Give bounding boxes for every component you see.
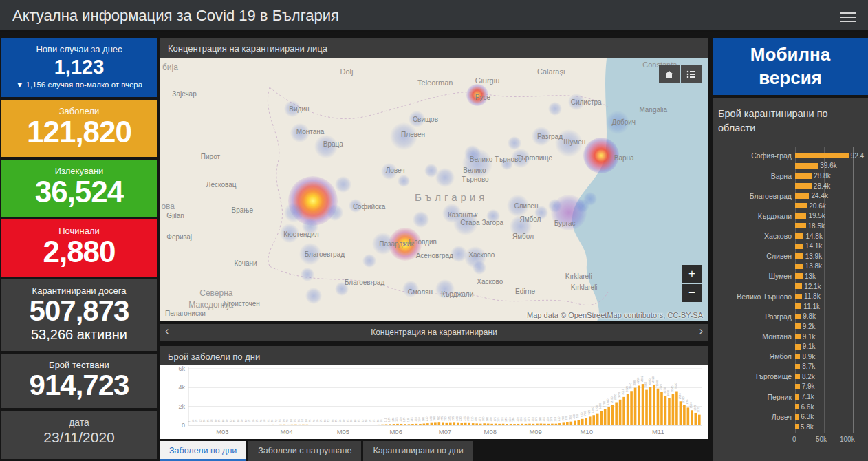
- svg-text:2540: 2540: [678, 393, 682, 400]
- map-panel: Концентрация на карантинирани лица: [160, 38, 708, 321]
- map-label: Југоисточен: [221, 300, 260, 308]
- zoom-out-button[interactable]: −: [682, 284, 702, 302]
- bar: [795, 173, 812, 179]
- svg-text:160: 160: [414, 416, 417, 421]
- stat-card-date: дата23/11/2020: [1, 411, 157, 459]
- svg-text:6k: 6k: [178, 365, 185, 372]
- map-label: Ловеч: [386, 167, 405, 174]
- svg-text:1590: 1590: [689, 402, 693, 409]
- svg-text:28: 28: [221, 419, 225, 422]
- svg-text:3320: 3320: [625, 385, 629, 392]
- svg-text:168: 168: [554, 416, 557, 421]
- map-label: Силистра: [571, 98, 602, 106]
- bar-value: 6.3k: [799, 413, 814, 420]
- bar: [795, 264, 803, 269]
- svg-text:M09: M09: [529, 428, 541, 436]
- svg-text:155: 155: [395, 416, 398, 421]
- stat-label: Починали: [1, 219, 157, 236]
- svg-text:3620: 3620: [674, 383, 677, 389]
- mobile-version-button[interactable]: Мобилна версия: [713, 38, 868, 95]
- bar: [795, 223, 806, 228]
- svg-text:180: 180: [486, 416, 489, 421]
- bar-value: 7.1k: [799, 393, 814, 400]
- svg-text:M03: M03: [216, 428, 228, 436]
- svg-text:220: 220: [459, 416, 462, 421]
- svg-text:320: 320: [565, 415, 568, 420]
- bar: [795, 163, 818, 169]
- bar-row: Хасково14.8k: [718, 231, 865, 242]
- map-label: Видин: [289, 105, 309, 113]
- svg-text:35: 35: [357, 419, 360, 422]
- bar-row: 5.8k: [718, 422, 865, 432]
- carousel-next-button[interactable]: ›: [694, 324, 708, 338]
- svg-text:M06: M06: [389, 428, 402, 436]
- svg-text:35: 35: [217, 419, 221, 422]
- svg-text:265: 265: [451, 416, 455, 420]
- map-label: Пирот: [201, 153, 220, 160]
- map-label: Разград: [537, 133, 563, 140]
- bar-row: 39.6k: [718, 161, 865, 171]
- zoom-controls: + −: [682, 265, 702, 302]
- svg-text:170: 170: [527, 416, 530, 421]
- map-label: Благоевград: [345, 279, 384, 286]
- stat-value: 1,123: [1, 54, 157, 77]
- map-label: Благоевград: [305, 250, 345, 258]
- map-label: Враца: [323, 140, 343, 148]
- svg-text:3520: 3520: [659, 383, 662, 390]
- svg-text:150: 150: [508, 417, 512, 422]
- svg-text:1270: 1270: [595, 405, 598, 411]
- svg-text:42: 42: [327, 419, 330, 422]
- home-button[interactable]: [659, 65, 680, 83]
- map-canvas[interactable]: + − Map data © OpenStreetMap contributor…: [160, 58, 708, 321]
- svg-text:155: 155: [497, 416, 500, 421]
- app-header: Актуална информация за Covid 19 в Българ…: [0, 0, 868, 32]
- page-title: Актуална информация за Covid 19 в Българ…: [12, 7, 339, 25]
- menu-icon[interactable]: [840, 10, 856, 25]
- svg-text:55: 55: [319, 419, 323, 422]
- svg-text:75: 75: [267, 419, 270, 422]
- stat-label: дата: [1, 411, 157, 428]
- bar-label: Кърджали: [718, 212, 795, 220]
- bar-value: 11.1k: [801, 303, 820, 310]
- carousel-prev-button[interactable]: ‹: [160, 324, 174, 338]
- svg-text:M05: M05: [337, 428, 349, 436]
- tab-cumulative-cases[interactable]: Заболели с натрупване: [248, 441, 361, 461]
- bar-row: 14.1k: [718, 241, 865, 251]
- map-label: Зајечар: [172, 90, 196, 98]
- svg-text:2870: 2870: [666, 389, 670, 396]
- bar: [795, 374, 800, 379]
- zoom-in-button[interactable]: +: [682, 265, 702, 283]
- tab-daily-cases[interactable]: Заболели по дни: [160, 441, 246, 461]
- bar: [795, 193, 809, 199]
- map-attribution: Map data © OpenStreetMap contributors, C…: [527, 311, 703, 319]
- svg-text:790: 790: [583, 411, 587, 416]
- stat-label: Нови случаи за днес: [1, 38, 157, 54]
- svg-text:1480: 1480: [598, 403, 602, 409]
- svg-text:78: 78: [285, 419, 289, 422]
- svg-text:2450: 2450: [614, 394, 617, 400]
- legend-button[interactable]: [681, 65, 702, 83]
- svg-text:20: 20: [202, 419, 206, 422]
- svg-text:M08: M08: [484, 428, 497, 436]
- bar-label: Хасково: [718, 232, 795, 240]
- svg-text:245: 245: [448, 416, 451, 420]
- bar-value: 14.8k: [803, 233, 822, 240]
- map-label: Teleorman: [417, 78, 453, 87]
- map-label: Свищов: [413, 116, 438, 123]
- svg-text:95: 95: [380, 418, 383, 422]
- stat-value: 2,880: [1, 236, 157, 268]
- bar: [795, 364, 800, 369]
- map-label: Шумен: [563, 138, 585, 146]
- map-label: Русе: [475, 94, 490, 101]
- stat-card-recovered: Излекувани36,524: [1, 160, 157, 217]
- bar-value: 6.6k: [799, 403, 814, 411]
- svg-text:70: 70: [259, 419, 263, 422]
- svg-text:90: 90: [282, 419, 285, 422]
- svg-text:38: 38: [331, 419, 334, 422]
- svg-text:15: 15: [195, 419, 198, 422]
- svg-text:2720: 2720: [618, 391, 621, 398]
- svg-text:60: 60: [316, 419, 319, 422]
- bar-label: Шумен: [718, 272, 795, 280]
- svg-text:1123: 1123: [697, 406, 700, 412]
- tab-daily-quarantined[interactable]: Карантинирани по дни: [363, 441, 473, 461]
